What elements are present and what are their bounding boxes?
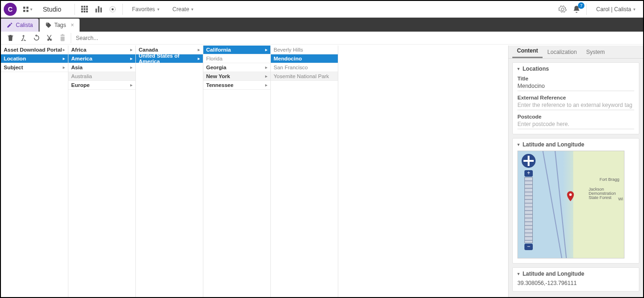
card-locations: ▾Locations Title External Reference Post… <box>512 62 639 134</box>
tree-row[interactable]: Europe▸ <box>68 81 135 90</box>
col-4: California▸FloridaGeorgia▸New York▸Tenne… <box>203 46 271 297</box>
main-area: Asset Download Portal▸Location▸Subject▸ … <box>1 46 643 297</box>
tree-row[interactable]: Location▸ <box>1 54 68 63</box>
chevron-right-icon: ▸ <box>265 83 268 87</box>
tree-row[interactable]: America▸ <box>68 54 135 63</box>
svg-rect-1 <box>27 7 28 8</box>
tree-row-label: New York <box>206 73 230 79</box>
tree-row-label: Location <box>4 56 26 61</box>
zoom-slider[interactable] <box>524 177 533 243</box>
tree-row[interactable]: San Francisco <box>271 63 338 72</box>
panel-tab-content[interactable]: Content <box>512 46 543 58</box>
tree-row-label: San Francisco <box>274 65 308 70</box>
tree-row-label: Subject <box>4 65 23 70</box>
card-heading[interactable]: ▾Latitude and Longitude <box>517 141 634 148</box>
map-widget[interactable]: Fort Bragg Jackson Demonstration State F… <box>517 151 624 258</box>
zoom-in-button[interactable]: + <box>524 170 533 177</box>
divider <box>74 4 75 15</box>
card-map: ▾Latitude and Longitude Fort Bragg Jacks… <box>512 138 639 264</box>
external-reference-field[interactable] <box>517 100 634 110</box>
paste-icon[interactable] <box>57 33 67 43</box>
tree-row[interactable]: Beverly Hills <box>271 46 338 54</box>
tree-row[interactable]: Tennessee▸ <box>203 81 270 90</box>
card-heading[interactable]: ▾Latitude and Longitude <box>517 271 634 277</box>
tree-row[interactable]: Asset Download Portal▸ <box>1 46 68 54</box>
svg-rect-9 <box>86 8 88 10</box>
svg-rect-11 <box>83 11 85 13</box>
chevron-right-icon: ▸ <box>265 74 268 79</box>
tree-row-label: Tennessee <box>206 82 234 88</box>
map-label: Wi <box>618 197 624 201</box>
settings-icon[interactable] <box>557 4 568 14</box>
tree-row-label: Europe <box>71 82 90 88</box>
tree-row[interactable]: Africa▸ <box>68 46 135 54</box>
column-browser: Asset Download Portal▸Location▸Subject▸ … <box>1 46 508 297</box>
tree-row-label: Australia <box>71 73 92 79</box>
tree-row-label: Georgia <box>206 65 226 70</box>
chevron-right-icon: ▸ <box>198 56 200 61</box>
tree-row[interactable]: Australia <box>68 72 135 81</box>
col-3: Canada▸United States of America▸ <box>136 46 203 297</box>
withdraw-icon[interactable] <box>18 33 28 43</box>
card-latlong: ▾Latitude and Longitude 39.308056,-123.7… <box>512 267 639 291</box>
chevron-right-icon: ▸ <box>265 47 268 52</box>
chevron-right-icon: ▸ <box>63 56 65 61</box>
tree-row-label: Asia <box>71 65 82 70</box>
label-extref: External Reference <box>517 95 634 100</box>
divider <box>122 4 123 15</box>
tree-row[interactable]: Yosemite National Park <box>271 72 338 81</box>
tab-label: Tags <box>54 22 66 28</box>
chevron-right-icon: ▸ <box>130 83 133 87</box>
chevron-right-icon: ▸ <box>63 47 65 52</box>
notification-badge: 7 <box>578 2 584 9</box>
map-label: Fort Bragg <box>599 177 619 182</box>
apps-icon[interactable]: ▾ <box>22 4 33 14</box>
grid-icon[interactable] <box>80 4 90 14</box>
svg-rect-4 <box>81 6 83 7</box>
title-field[interactable] <box>517 81 634 91</box>
create-menu[interactable]: Create ▾ <box>173 6 194 13</box>
map-pan-control[interactable] <box>522 154 536 168</box>
delete-icon[interactable] <box>5 33 15 43</box>
svg-rect-15 <box>100 7 101 13</box>
tree-row[interactable]: Mendocino <box>271 54 338 63</box>
tab-calista[interactable]: Calista <box>1 19 39 32</box>
zoom-out-button[interactable]: − <box>524 244 533 250</box>
brand-logo[interactable]: C <box>4 3 17 16</box>
tree-row[interactable]: Georgia▸ <box>203 63 270 72</box>
tree-row[interactable]: Asia▸ <box>68 63 135 72</box>
tree-row-label: California <box>206 47 231 53</box>
panel-tab-system[interactable]: System <box>582 46 610 58</box>
tree-row[interactable]: Florida <box>203 54 270 63</box>
tab-strip: Calista Tags × <box>1 18 643 32</box>
tree-row[interactable]: Subject▸ <box>1 63 68 72</box>
notifications-icon[interactable]: 7 <box>571 4 582 14</box>
map-label: Jackson Demonstration State Forest <box>589 187 621 200</box>
svg-rect-0 <box>23 7 25 8</box>
panel-tabs: Content Localization System <box>509 46 643 59</box>
cut-icon[interactable] <box>44 33 54 43</box>
favorites-menu[interactable]: Favorites ▾ <box>132 6 160 13</box>
close-icon[interactable]: × <box>71 22 74 28</box>
tree-row[interactable]: United States of America▸ <box>136 54 203 63</box>
tree-row-label: Asset Download Portal <box>4 47 62 53</box>
col-5: Beverly HillsMendocinoSan FranciscoYosem… <box>271 46 338 297</box>
tree-row[interactable]: New York▸ <box>203 72 270 81</box>
latlong-value: 39.308056,-123.796111 <box>517 280 634 286</box>
svg-point-16 <box>111 8 114 10</box>
user-menu[interactable]: Carol | Calista ▾ <box>596 6 636 13</box>
analytics-icon[interactable] <box>94 4 104 14</box>
chevron-right-icon: ▸ <box>265 65 268 70</box>
card-heading[interactable]: ▾Locations <box>517 66 634 72</box>
search-input[interactable] <box>73 33 640 43</box>
focus-icon[interactable] <box>107 4 118 14</box>
col-2: Africa▸America▸Asia▸AustraliaEurope▸ <box>68 46 136 297</box>
svg-rect-2 <box>23 10 25 12</box>
refresh-icon[interactable] <box>31 33 41 43</box>
chevron-right-icon: ▸ <box>198 47 200 52</box>
tree-row[interactable]: California▸ <box>203 46 270 54</box>
tab-tags[interactable]: Tags × <box>40 19 80 32</box>
chevron-right-icon: ▸ <box>130 65 133 70</box>
panel-tab-localization[interactable]: Localization <box>543 46 581 58</box>
postcode-field[interactable] <box>517 119 634 129</box>
